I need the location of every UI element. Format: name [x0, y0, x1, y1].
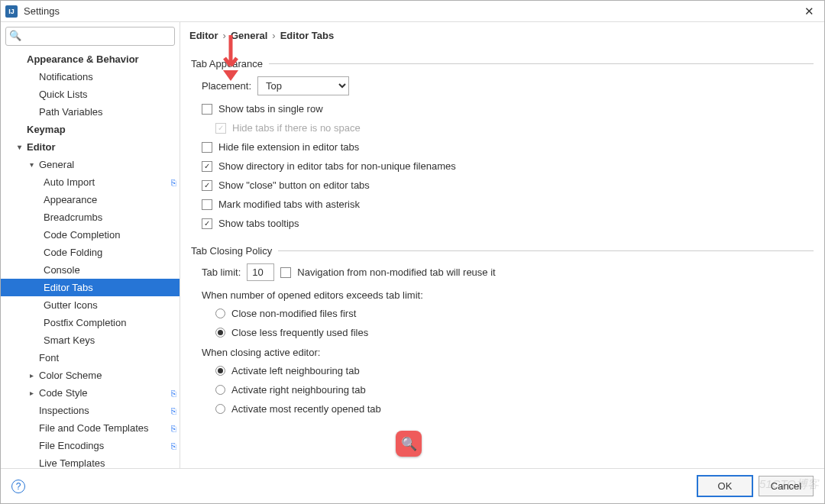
- checkbox-mark-modified[interactable]: [202, 199, 212, 210]
- tree-breadcrumbs[interactable]: Breadcrumbs: [1, 208, 180, 226]
- tree-smart-keys[interactable]: Smart Keys: [1, 331, 180, 349]
- settings-window: IJ Settings ✕ 🔍 Appearance & Behavior No…: [0, 0, 825, 504]
- tab-limit-input[interactable]: [247, 263, 274, 281]
- checkbox-tooltips[interactable]: ✓: [202, 218, 212, 229]
- settings-tree: Appearance & Behavior Notifications Quic…: [1, 50, 180, 468]
- tree-postfix-completion[interactable]: Postfix Completion: [1, 314, 180, 331]
- ok-button[interactable]: OK: [697, 476, 752, 496]
- breadcrumb-editor: Editor: [189, 30, 218, 41]
- gear-icon: ⎘: [171, 406, 176, 415]
- tree-quick-lists[interactable]: Quick Lists: [1, 86, 180, 103]
- chevron-down-icon: ▾: [30, 160, 39, 169]
- radio-act-right[interactable]: [215, 385, 225, 395]
- divider: [278, 250, 814, 251]
- tree-font[interactable]: Font: [1, 349, 180, 367]
- tree-console[interactable]: Console: [1, 261, 180, 279]
- exceeds-heading: When number of opened editors exceeds ta…: [191, 285, 814, 304]
- sidebar: 🔍 Appearance & Behavior Notifications Qu…: [1, 22, 180, 468]
- footer: ? OK Cancel: [1, 468, 824, 503]
- search-input[interactable]: [5, 27, 175, 46]
- gear-icon: ⎘: [171, 389, 176, 398]
- tab-limit-label: Tab limit:: [202, 267, 241, 278]
- cancel-button[interactable]: Cancel: [759, 476, 814, 496]
- tree-general[interactable]: ▾General: [1, 156, 180, 173]
- closing-heading: When closing active editor:: [191, 342, 814, 361]
- gear-icon: ⎘: [171, 178, 176, 187]
- section-tab-appearance: Tab Appearance Placement: Top Show tabs …: [180, 49, 824, 236]
- tree-file-templates[interactable]: File and Code Templates⎘: [1, 419, 180, 437]
- checkbox-single-row[interactable]: [202, 104, 212, 115]
- chevron-right-icon: ›: [272, 30, 275, 41]
- radio-act-mru[interactable]: [215, 404, 225, 414]
- radio-act-left[interactable]: [215, 366, 225, 376]
- close-icon[interactable]: ✕: [798, 5, 820, 18]
- tree-live-templates[interactable]: Live Templates: [1, 454, 180, 468]
- app-icon: IJ: [5, 5, 18, 18]
- chevron-right-icon: ▸: [30, 389, 39, 397]
- divider: [269, 63, 814, 64]
- chevron-down-icon: ▾: [18, 143, 27, 151]
- chevron-right-icon: ▸: [30, 371, 39, 380]
- tree-gutter-icons[interactable]: Gutter Icons: [1, 296, 180, 314]
- tree-auto-import[interactable]: Auto Import⎘: [1, 173, 180, 191]
- breadcrumb: Editor › General › Editor Tabs: [180, 22, 824, 49]
- checkbox-nav-reuse[interactable]: [280, 267, 291, 278]
- checkbox-show-dir[interactable]: ✓: [202, 161, 212, 172]
- tree-editor[interactable]: ▾Editor: [1, 138, 180, 156]
- tree-appearance[interactable]: Appearance: [1, 191, 180, 208]
- help-icon[interactable]: ?: [11, 480, 25, 493]
- breadcrumb-editor-tabs: Editor Tabs: [280, 30, 335, 41]
- titlebar: IJ Settings ✕: [1, 1, 824, 22]
- tree-color-scheme[interactable]: ▸Color Scheme: [1, 367, 180, 384]
- tree-keymap[interactable]: Keymap: [1, 121, 180, 138]
- gear-icon: ⎘: [171, 441, 176, 451]
- section-closing-policy: Tab Closing Policy Tab limit: Navigation…: [180, 236, 824, 422]
- tree-editor-tabs[interactable]: Editor Tabs: [1, 279, 180, 296]
- search-box: 🔍: [5, 27, 175, 46]
- tree-notifications[interactable]: Notifications: [1, 68, 180, 86]
- checkbox-hide-ext[interactable]: [202, 142, 212, 153]
- checkbox-show-close[interactable]: ✓: [202, 180, 212, 191]
- tree-appearance-behavior[interactable]: Appearance & Behavior: [1, 50, 180, 68]
- placement-select[interactable]: Top: [257, 76, 349, 95]
- body: 🔍 Appearance & Behavior Notifications Qu…: [1, 22, 824, 468]
- chevron-right-icon: ›: [223, 30, 226, 41]
- tree-file-encodings[interactable]: File Encodings⎘: [1, 437, 180, 454]
- placement-label: Placement:: [202, 80, 251, 92]
- search-icon: 🔍: [9, 30, 21, 41]
- section-title: Tab Appearance: [191, 58, 263, 69]
- gear-icon: ⎘: [171, 424, 176, 433]
- tree-code-completion[interactable]: Code Completion: [1, 226, 180, 244]
- section-title: Tab Closing Policy: [191, 245, 272, 257]
- tree-inspections[interactable]: Inspections⎘: [1, 402, 180, 419]
- radio-close-nonmod[interactable]: [215, 309, 225, 318]
- radio-close-lfu[interactable]: [215, 328, 225, 338]
- tree-code-folding[interactable]: Code Folding: [1, 244, 180, 261]
- tree-code-style[interactable]: ▸Code Style⎘: [1, 384, 180, 402]
- window-title: Settings: [24, 5, 798, 17]
- checkbox-hide-no-space: ✓: [215, 123, 226, 134]
- floating-search-icon[interactable]: 🔍: [396, 431, 422, 457]
- breadcrumb-general: General: [231, 30, 267, 41]
- tree-path-variables[interactable]: Path Variables: [1, 103, 180, 121]
- content-pane: Editor › General › Editor Tabs Tab Appea…: [180, 22, 824, 468]
